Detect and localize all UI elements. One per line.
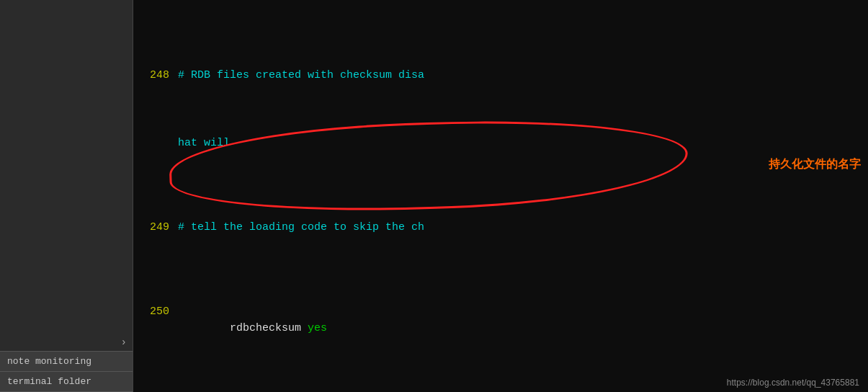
line-248-cont: 248 hat will — [133, 135, 868, 152]
code-area: 248 # RDB files created with checksum di… — [133, 0, 868, 392]
code-block: 248 # RDB files created with checksum di… — [133, 0, 868, 392]
line-250-content: rdbchecksum yes — [178, 303, 327, 354]
sidebar: › note monitoring terminal folder — [0, 0, 133, 392]
arrow-icon: › — [121, 337, 127, 348]
sidebar-item-terminal-folder[interactable]: terminal folder — [0, 371, 133, 392]
line-250: 250 rdbchecksum yes — [133, 303, 868, 354]
line-num-250: 250 — [139, 303, 169, 320]
kw-yes: yes — [308, 322, 327, 334]
bottom-url: https://blog.csdn.net/qq_43765881 — [727, 378, 859, 388]
line-248-content: # RDB files created with checksum disa — [178, 67, 424, 84]
kw-rdbchecksum: rdbchecksum — [230, 322, 308, 334]
sidebar-arrow[interactable]: › — [0, 334, 133, 351]
line-249-content: # tell the loading code to skip the ch — [178, 219, 424, 236]
line-249: 249 # tell the loading code to skip the … — [133, 219, 868, 236]
line-num-248: 248 — [139, 67, 169, 84]
annotation-chinese: 持久化文件的名字 — [769, 157, 861, 172]
line-num-249: 249 — [139, 219, 169, 236]
line-248-cont-content: hat will — [178, 135, 230, 151]
line-248: 248 # RDB files created with checksum di… — [133, 67, 868, 84]
sidebar-item-remote-monitoring[interactable]: note monitoring — [0, 351, 133, 371]
